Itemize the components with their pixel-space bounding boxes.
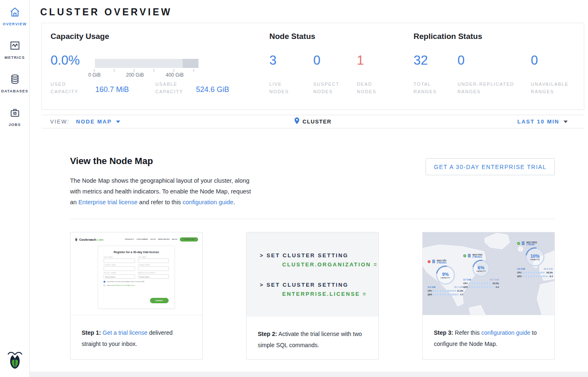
configuration-guide-link[interactable]: configuration guide	[481, 329, 530, 336]
node-map-image: ! geo=sfo2 Nodes 9% CAPACITY 3.2 GiB35.1…	[423, 232, 554, 315]
node-stack-icon	[468, 254, 471, 257]
map-pin-icon	[294, 117, 300, 126]
dead-nodes-count: 1	[357, 53, 364, 68]
total-ranges-count: 32	[414, 53, 428, 68]
sidebar-item-databases[interactable]: DATABASES	[0, 67, 30, 101]
sql-command: > SET CLUSTER SETTING	[260, 282, 378, 288]
sidebar-item-metrics[interactable]: METRICS	[0, 34, 30, 67]
email-updates-checkbox: I would like to receive email updates ab…	[104, 281, 169, 283]
live-status-icon: ✓	[517, 242, 520, 245]
map-node-sfo: ! geo=sfo2 Nodes 9% CAPACITY 3.2 GiB35.1…	[428, 259, 463, 296]
summary-panel: Capacity Usage 0.0% 0 GiB 200 GiB 400 Gi…	[41, 23, 584, 110]
usable-capacity-label: USABLECAPACITY	[155, 80, 183, 95]
capacity-gauge: 9% CAPACITY	[436, 266, 455, 285]
last-name-field	[138, 259, 169, 263]
home-icon	[10, 7, 20, 19]
configuration-guide-link[interactable]: configuration guide	[183, 199, 234, 205]
main-area: CLUSTER OVERVIEW Capacity Usage 0.0% 0 G…	[30, 0, 588, 372]
license-agreement-checkbox: I agree to the Software License Agreemen…	[104, 285, 169, 286]
cluster-overview-page: OVERVIEW METRICS DATABASES JOBS	[0, 0, 588, 377]
first-name-field	[104, 259, 135, 263]
capacity-usage-title: Capacity Usage	[51, 32, 109, 41]
cockroach-labs-logo-icon	[75, 236, 78, 243]
replication-status-title: Replication Status	[414, 32, 482, 41]
step2-caption: Step 2: Activate the trial license with …	[247, 317, 378, 350]
enterprise-trial-license-link[interactable]: Enterprise trial license	[78, 199, 138, 205]
metrics-icon	[10, 40, 20, 53]
step2-card: > SET CLUSTER SETTING CLUSTER.ORGANIZATI…	[246, 232, 379, 360]
scope-label: CLUSTER	[302, 118, 332, 125]
total-ranges-label: TOTALRANGES	[414, 80, 437, 95]
enterprise-trial-button[interactable]: GET A 30-DAY ENTERPRISE TRIAL	[426, 158, 555, 175]
sidebar: OVERVIEW METRICS DATABASES JOBS	[0, 0, 30, 377]
sql-argument: CLUSTER.ORGANIZATION =	[260, 261, 378, 268]
node-map-section: View the Node Map The Node Map shows the…	[41, 128, 584, 372]
sidebar-item-label: DATABASES	[1, 89, 28, 93]
under-replicated-ranges-label: UNDER-REPLICATEDRANGES	[457, 80, 514, 95]
company-email-field	[138, 266, 169, 271]
used-capacity-value: 160.7 MiB	[95, 85, 129, 94]
mini-download-button: DOWNLOAD	[180, 237, 198, 242]
database-icon	[10, 74, 20, 86]
node-stack-icon	[432, 260, 435, 263]
map-node-ams: ✓ geo=ams1 Node 10% CAPACITY 3.6 GiB36.6…	[517, 241, 553, 278]
mini-site-brand: CockroachLABS	[79, 238, 104, 242]
capacity-used-percent: 0.0%	[51, 53, 80, 68]
suspect-nodes-count: 0	[313, 53, 320, 68]
register-site-preview: CockroachLABS PRODUCTCUSTOMERSDOCSRESOUR…	[70, 232, 202, 315]
sidebar-item-overview[interactable]: OVERVIEW	[0, 0, 30, 34]
company-name-field	[104, 266, 135, 271]
axis-tick-label: 0 GiB	[88, 72, 101, 78]
capacity-bar-reserved-segment	[183, 59, 198, 68]
sql-argument: ENTERPRISE.LICENSE =	[260, 291, 378, 297]
capacity-gauge: 6% CAPACITY	[472, 260, 490, 277]
step1-card: CockroachLABS PRODUCTCUSTOMERSDOCSRESOUR…	[70, 232, 203, 360]
scope-breadcrumb: CLUSTER	[41, 117, 584, 126]
sidebar-item-label: METRICS	[5, 56, 25, 60]
time-range-dropdown[interactable]: LAST 10 MIN	[518, 118, 584, 125]
time-range-value: LAST 10 MIN	[518, 118, 559, 125]
suspect-nodes-label: SUSPECTNODES	[313, 80, 339, 95]
sidebar-item-jobs[interactable]: JOBS	[0, 101, 30, 134]
section-description: The Node Map shows the geographical layo…	[70, 175, 257, 208]
page-title: CLUSTER OVERVIEW	[30, 0, 588, 18]
steps-cards: CockroachLABS PRODUCTCUSTOMERSDOCSRESOUR…	[70, 232, 555, 360]
project-phase-select: Please Select	[104, 274, 135, 279]
step1-screenshot: CockroachLABS PRODUCTCUSTOMERSDOCSRESOUR…	[70, 232, 202, 315]
form-title: Register for a 30-day trial license	[104, 251, 169, 254]
usable-capacity-value: 524.6 GiB	[196, 85, 229, 94]
dead-nodes-label: DEADNODES	[357, 80, 376, 95]
reason-select: Please Select	[138, 274, 169, 279]
section-heading: View the Node Map	[70, 156, 153, 167]
sidebar-item-label: JOBS	[9, 123, 21, 127]
capacity-bar-chart	[95, 59, 198, 68]
mini-site-header: CockroachLABS PRODUCTCUSTOMERSDOCSRESOUR…	[70, 232, 202, 243]
view-selector-dropdown[interactable]: VIEW: NODE MAP	[41, 118, 120, 125]
view-bar: VIEW: NODE MAP CLUSTER LAST 10 MIN	[41, 115, 584, 128]
sql-snippet: > SET CLUSTER SETTING CLUSTER.ORGANIZATI…	[247, 232, 378, 317]
cockroachdb-logo[interactable]	[6, 350, 24, 371]
sidebar-item-label: OVERVIEW	[3, 22, 27, 26]
unavailable-ranges-count: 0	[531, 53, 538, 68]
node-stack-icon	[522, 242, 525, 245]
briefcase-icon	[10, 107, 20, 120]
view-label: VIEW:	[50, 118, 70, 125]
unavailable-ranges-label: UNAVAILABLERANGES	[531, 80, 569, 95]
checkbox-empty-icon	[104, 285, 105, 286]
map-node-nyc: ✓ geo=nyc2 Nodes 6% CAPACITY 3.7 GiB43.7…	[463, 253, 499, 288]
step3-caption: Step 3: Refer this configuration guide t…	[423, 315, 554, 349]
get-trial-license-link[interactable]: Get a trial license	[103, 329, 148, 336]
capacity-gauge: 10% CAPACITY	[525, 247, 544, 266]
node-status-title: Node Status	[269, 32, 315, 41]
page-background-strip	[30, 372, 588, 377]
sql-command: > SET CLUSTER SETTING	[260, 252, 378, 259]
checkbox-checked-icon	[104, 281, 105, 283]
view-selected-value: NODE MAP	[76, 118, 112, 125]
trial-register-form: Register for a 30-day trial license FIRS…	[98, 246, 175, 309]
live-nodes-count: 3	[269, 53, 276, 68]
axis-tick-label: 400 GiB	[166, 72, 184, 78]
live-nodes-label: LIVENODES	[269, 80, 289, 95]
chevron-down-icon	[116, 121, 120, 123]
under-replicated-ranges-count: 0	[457, 53, 465, 68]
capacity-axis-ticks	[94, 69, 198, 72]
